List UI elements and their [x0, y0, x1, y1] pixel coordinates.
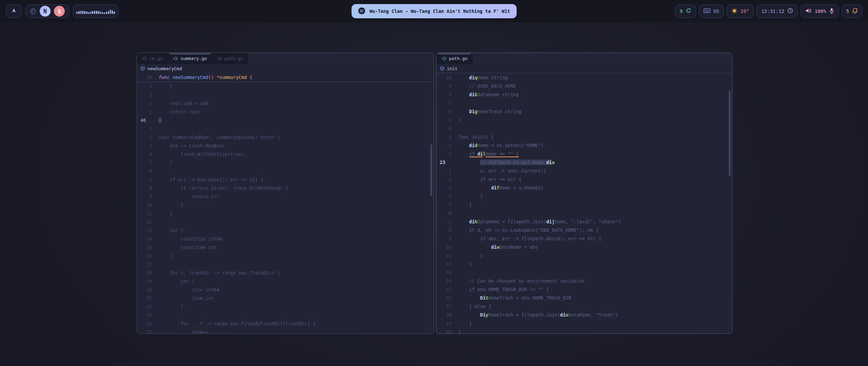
updates-pill[interactable]: 9 [675, 4, 696, 18]
code-text: for _, f := range box.FilesByTrashDir[tr… [159, 321, 316, 326]
code-line[interactable]: 9 if abs, err := filepath.Abs(d); err ==… [436, 234, 732, 243]
sticky-context-line[interactable]: 26func newSummaryCmd() *summaryCmd { [137, 73, 434, 82]
code-line[interactable]: 10 diwDataHome = abs [436, 243, 732, 251]
tab-path.go[interactable]: path.go [212, 53, 248, 64]
code-line[interactable]: 19 var ( [137, 277, 434, 285]
code-line[interactable]: 7 if err := box.Open(); err != nil { [137, 175, 434, 184]
line-number: 1 [436, 151, 451, 157]
code-line[interactable]: 3 [137, 90, 434, 99]
scrollbar[interactable] [430, 144, 432, 196]
code-line[interactable]: 17 [137, 260, 434, 268]
code-line[interactable]: 1 u, err := user.Current() [436, 166, 732, 175]
code-line[interactable]: 46} [137, 116, 434, 124]
code-line[interactable]: 17 } else { [436, 302, 732, 310]
line-number: 8 [436, 92, 451, 97]
line-number: 3 [436, 134, 451, 140]
code-line[interactable]: 18 DiyHomeTrash = filepath.Join(dioDataH… [436, 310, 732, 319]
code-line[interactable]: 25 item++ [137, 328, 434, 334]
code-line[interactable]: 9 return err [137, 192, 434, 201]
code-line[interactable]: 10 } [137, 201, 434, 209]
code-text: func newSummaryCmd() *summaryCmd { [159, 75, 252, 80]
code-line[interactable]: 2func summaryCmdRun(_ summaryOptions) er… [137, 133, 434, 141]
code-line[interactable]: 14 totalSize int64 [137, 235, 434, 243]
code-line[interactable]: 18 for i, trashDir := range box.TrashDir… [137, 268, 434, 277]
clock-pill[interactable]: 12:31:12 [756, 4, 797, 18]
code-line[interactable]: 14 // Can be changed by environment vari… [436, 277, 732, 285]
line-number: 26 [137, 75, 152, 80]
code-line[interactable]: 5 } [436, 200, 732, 209]
line-number: 3 [137, 143, 152, 148]
line-number: 11 [436, 253, 451, 258]
line-number: 17 [436, 304, 451, 309]
code-line[interactable]: 6 [436, 209, 732, 217]
line-number: 19 [137, 279, 152, 284]
code-line[interactable]: 23 // fallback to get home dia [436, 158, 732, 166]
code-line[interactable]: 10 diqHome string [436, 73, 732, 82]
code-line[interactable]: 5 ) [137, 158, 434, 167]
code-line[interactable]: 20} [436, 327, 732, 334]
code-line[interactable]: 4 } [436, 192, 732, 200]
code-line[interactable]: 7 [436, 99, 732, 107]
workspaces-pill: N [25, 4, 69, 18]
code-line[interactable]: 19 } [436, 319, 732, 327]
tab-path.go[interactable]: path.go [436, 53, 473, 64]
code-text: } else { [458, 304, 491, 309]
line-number: 3 [436, 185, 451, 190]
code-line[interactable]: 1 [137, 124, 434, 133]
code-line[interactable]: 7 dihDataHome = filepath.Join(dijHome, "… [436, 217, 732, 226]
code-text: root.cmd = cmd [159, 101, 208, 106]
code-line[interactable]: 12 [137, 218, 434, 226]
code-line[interactable]: 8 if !errors.Is(err, trash.ErrNotFound) … [137, 184, 434, 192]
tab-summary.go[interactable]: summary.go [168, 53, 212, 64]
symbol-cube-icon [140, 66, 145, 71]
code-line[interactable]: 4 [436, 124, 732, 133]
code-line[interactable]: 2 if err == nil { [436, 175, 732, 183]
code-line[interactable]: 2 didHome = os.Getenv("HOME") [436, 141, 732, 149]
code-line[interactable]: 3 box := trash.NewBox( [137, 141, 434, 150]
globe-icon[interactable] [30, 8, 36, 15]
breadcrumb[interactable]: init [436, 64, 732, 73]
code-line[interactable]: 1 return root [137, 107, 434, 116]
code-line[interactable]: 16 ) [137, 251, 434, 260]
code-line[interactable]: 1 if dilHome == "" { [436, 149, 732, 158]
code-line[interactable]: 24 for _, f := range box.FilesByTrashDir… [137, 319, 434, 328]
weather-pill[interactable]: 29° [727, 4, 754, 18]
code-line[interactable]: 3 difHome = u.HomeDir [436, 183, 732, 192]
code-line[interactable]: 11 } [137, 209, 434, 218]
volume-pill[interactable]: 100% [801, 4, 839, 18]
code-text: didHome = os.Getenv("HOME") [458, 143, 544, 148]
code-line[interactable]: 4 } [137, 82, 434, 90]
code-line[interactable]: 6 [137, 167, 434, 175]
code-line[interactable]: 8 if d, ok := os.LookupEnv("XDG_DATA_HOM… [436, 226, 732, 234]
code-line[interactable]: 22 ) [137, 302, 434, 311]
code-line[interactable]: 13 [436, 268, 732, 277]
code-line[interactable]: 3func init() { [436, 133, 732, 141]
code-line[interactable]: 5) [436, 116, 732, 124]
code-line[interactable]: 11 } [436, 251, 732, 260]
code-line[interactable]: 15 totalItem int [137, 243, 434, 251]
neovim-workspace-icon[interactable]: N [40, 6, 51, 17]
code-line[interactable]: 8 dikDataHome string [436, 90, 732, 99]
code-line[interactable]: 6 DigHomeTrash string [436, 107, 732, 116]
document-icon[interactable] [54, 6, 65, 17]
code-line[interactable]: 21 item int [137, 294, 434, 302]
clock-icon [787, 8, 793, 15]
breadcrumb[interactable]: newSummaryCmd [137, 64, 434, 73]
code-line[interactable]: 16 DitHomeTrash = env.HOME_TRASH_DIR [436, 293, 732, 302]
code-line[interactable]: 13 var ( [137, 226, 434, 235]
launcher-button[interactable] [6, 4, 22, 18]
code-line[interactable]: 20 size int64 [137, 285, 434, 294]
tab-rm.go[interactable]: rm.go [137, 53, 168, 64]
scrollbar[interactable] [729, 91, 731, 176]
code-line[interactable]: 9 // $XDG_DATA_HOME [436, 82, 732, 90]
notifications-pill[interactable]: 5 [842, 4, 863, 18]
code-text: // fallback to get home dia [458, 160, 555, 165]
keyboard-layout-pill[interactable]: US [699, 4, 724, 18]
code-line[interactable]: 23 [137, 311, 434, 319]
code-line[interactable]: 2 root.cmd = cmd [137, 99, 434, 107]
code-line[interactable]: 4 trash.WithGetSize(true), [137, 150, 434, 158]
code-line[interactable]: 12 } [436, 260, 732, 268]
go-icon [142, 56, 147, 61]
code-line[interactable]: 15 if env.HOME_TRASH_DIR != "" { [436, 285, 732, 293]
now-playing-pill[interactable]: Wu-Tang Clan - Wu-Tang Clan Ain't Nuthin… [352, 4, 517, 18]
